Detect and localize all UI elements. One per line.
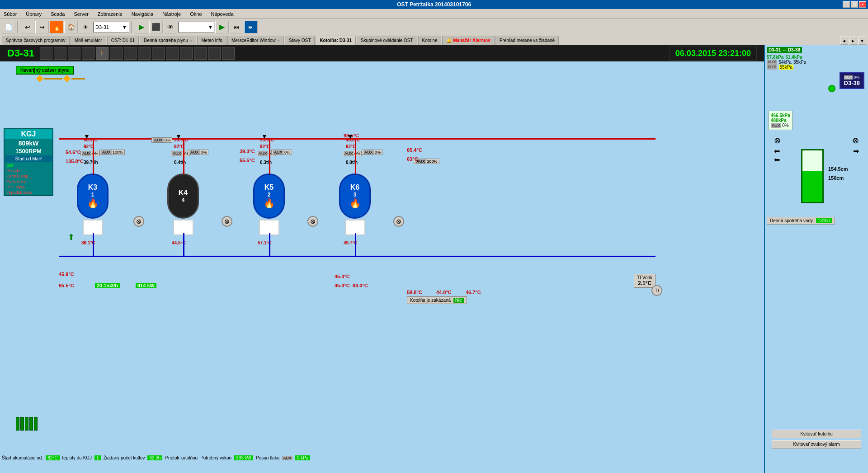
- gas-valve-left[interactable]: [36, 75, 85, 82]
- d331-label: D3-31 ← D3-38: [767, 47, 802, 53]
- temp-393: 39.3°C: [240, 149, 255, 154]
- menu-server[interactable]: Server: [72, 10, 90, 18]
- tab-skupinove[interactable]: Skupinové ovládanie OST: [357, 36, 417, 45]
- valve-t1[interactable]: ▼: [175, 133, 182, 140]
- speed-selector[interactable]: ▼: [178, 22, 214, 33]
- menu-subor[interactable]: Súbor: [2, 10, 19, 18]
- tab-alarms[interactable]: 🔔 Manažér Alarmov: [442, 36, 494, 45]
- tab-meteo[interactable]: Meteo info: [197, 36, 226, 45]
- device-value: D3-31: [95, 24, 109, 30]
- pump-4[interactable]: ⊗: [393, 216, 404, 227]
- pump-1[interactable]: ⊗: [133, 216, 144, 227]
- kgj-status-unik: Unik plynu: [5, 184, 52, 190]
- tab-merace[interactable]: MeraceEditor Window ×: [227, 36, 284, 45]
- tab-nav-right[interactable]: ►: [849, 37, 857, 45]
- valve-left-1[interactable]: ⬅: [774, 147, 780, 155]
- menu-navigacia[interactable]: Navigácia: [130, 10, 155, 18]
- close-button[interactable]: ×: [859, 1, 866, 8]
- d338-p2: 51.4kPa: [785, 55, 802, 60]
- pump-2[interactable]: ⊗: [222, 216, 232, 227]
- fire-button[interactable]: 🔥: [50, 21, 63, 33]
- stop-button[interactable]: ⬛: [149, 21, 163, 33]
- valve-btn-2[interactable]: ⊗: [852, 136, 859, 145]
- valve-t2[interactable]: ▼: [261, 133, 268, 140]
- kgj-status-central: Centrál stop _: [5, 173, 52, 179]
- d338-p1: 57.8kPa: [767, 55, 783, 60]
- toolbar: 📄 ↩ ↪ 🔥 🏠 ☀ D3-31 ▼ ▶ ⬛ 👁 ▼ ▶ ⏮ ⏭: [0, 19, 868, 35]
- undo-button[interactable]: ↩: [21, 21, 34, 33]
- level-2: 150cm: [828, 175, 844, 181]
- temp-855: 85.5°C: [59, 283, 74, 288]
- k4-num: 4: [182, 197, 185, 203]
- tab-kotolne[interactable]: Kotolne: [418, 36, 442, 45]
- k6-num: 3: [354, 192, 357, 198]
- maximize-button[interactable]: □: [851, 1, 858, 8]
- tab-stavy[interactable]: Stavy OST: [285, 36, 315, 45]
- aux-0pct: AUX 0%: [844, 75, 860, 80]
- tab-denny[interactable]: Denná spotreba plynu ×: [140, 36, 196, 45]
- tab-bar: Správca časových programov MMI emulátor …: [0, 35, 868, 45]
- tab-prehled[interactable]: Prehľad merané vs žiadané: [495, 36, 559, 45]
- menu-napoveda[interactable]: Nápoveda: [209, 10, 235, 18]
- k6-flame: 🔥: [349, 198, 361, 209]
- pump-3[interactable]: ⊗: [307, 216, 318, 227]
- tab-mmi[interactable]: MMI emulátor: [71, 36, 106, 45]
- eye-button[interactable]: 👁: [164, 21, 177, 33]
- tab-nav-left[interactable]: ◄: [840, 37, 848, 45]
- kvitovat-alarm-btn[interactable]: Kvitovať zvukový alarm: [772, 440, 861, 449]
- valve-t3[interactable]: ▼: [347, 133, 354, 140]
- valve-controls[interactable]: ⊗: [774, 136, 781, 145]
- boiler-k4: 35.9°C 92°C AUX 0% 0.4t/h AUX 0% K4 4 44…: [167, 173, 199, 236]
- kgj-title: KGJ: [5, 129, 52, 139]
- k3-flame: 🔥: [87, 198, 99, 209]
- tab-ostd1[interactable]: OST: D1-01: [107, 36, 139, 45]
- k4-vp-supply: [183, 138, 184, 174]
- emergency-button[interactable]: Havarijný uzáver plynu: [16, 66, 74, 75]
- menu-zobrazenie[interactable]: Zobrazenie: [96, 10, 124, 18]
- valve-left-2[interactable]: ⬅: [774, 155, 780, 164]
- k6-vp-return: [355, 233, 356, 256]
- pump-arrow-left: ⬆: [68, 232, 75, 242]
- valve-controls-right[interactable]: ⊗: [852, 136, 859, 145]
- aux-k4: AUX 0%: [188, 150, 208, 155]
- tool1-button[interactable]: 🏠: [64, 21, 78, 33]
- k3-label: K3: [88, 183, 97, 192]
- new-button[interactable]: 📄: [2, 21, 15, 33]
- tab-kotolna-d331[interactable]: Kotolňa: D3-31: [316, 36, 356, 45]
- boiler-k3: 98.9°C 92°C AUX 0% 39.7t/h K3 1 🔥 86.1°C: [77, 173, 108, 236]
- tab-nav-down[interactable]: ▼: [858, 37, 866, 45]
- d338-lbl2: 35kPa: [793, 60, 806, 65]
- valve-right-1[interactable]: ➡: [853, 147, 859, 155]
- pressure-aux: AUX: [771, 123, 781, 128]
- redo-button[interactable]: ↪: [35, 21, 49, 33]
- ti-circle: TI: [651, 285, 662, 296]
- play-button[interactable]: ▶: [135, 21, 148, 33]
- tool2-button[interactable]: ☀: [79, 21, 92, 33]
- d338-lbl3: 55kPa: [779, 65, 793, 70]
- forward-button[interactable]: ⏭: [244, 21, 258, 33]
- menu-nastroje[interactable]: Nástroje: [160, 10, 183, 18]
- kgj-power: 809kW: [5, 139, 52, 147]
- valve-arrows[interactable]: ⬅ ⬅: [774, 147, 780, 164]
- pressure-box: 466.5kPa 480kPa AUX 0%: [769, 111, 793, 130]
- play2-button[interactable]: ▶: [215, 21, 229, 33]
- valve-t4[interactable]: ▼: [84, 133, 90, 140]
- menu-scada[interactable]: Scada: [49, 10, 66, 18]
- menu-okno[interactable]: Okno: [188, 10, 203, 18]
- device-selector[interactable]: D3-31 ▼: [93, 22, 129, 33]
- d338-pressures: 57.8kPa 51.4kPa: [767, 55, 866, 60]
- kvitovat-kotolnu-btn[interactable]: Kvitovať kotolňu: [772, 430, 861, 438]
- minimize-button[interactable]: _: [843, 1, 850, 8]
- valve-btn-1[interactable]: ⊗: [774, 136, 781, 145]
- valve-arrows-right[interactable]: ➡: [853, 147, 859, 155]
- d338-aux2: AUX: [767, 65, 777, 70]
- water-consumption: Denná spotreba vody 1316 l: [767, 217, 835, 225]
- rewind-button[interactable]: ⏮: [230, 21, 243, 33]
- kgj-start-btn[interactable]: Štart od MaR: [5, 155, 52, 162]
- tab-nav: ◄ ► ▼: [840, 37, 866, 45]
- tab-spravca[interactable]: Správca časových programov: [2, 36, 70, 45]
- menu-upravy[interactable]: Úpravy: [24, 10, 43, 18]
- k5-flame: 🔥: [264, 198, 275, 209]
- k6-vp-supply: [355, 138, 356, 174]
- title-controls[interactable]: _ □ ×: [843, 1, 866, 8]
